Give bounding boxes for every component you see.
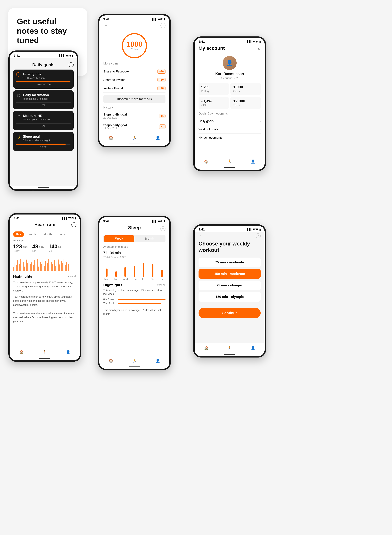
hr-bar <box>24 267 25 272</box>
scroll-indicator-2 <box>129 143 140 144</box>
wifi-icon-4: WiFi <box>68 217 74 220</box>
coins-history: Steps daily goal 20 Oct 2022 +1 Steps da… <box>103 111 165 132</box>
sleep-bar <box>161 270 163 277</box>
coins-method-row[interactable]: Invite a Friend +10 <box>103 84 165 92</box>
sleep-bar <box>134 266 135 277</box>
home-nav-2[interactable]: 🏠 <box>108 135 114 140</box>
run-nav-2[interactable]: 🏃 <box>132 135 137 140</box>
hr-bar <box>33 265 34 272</box>
sleep-highlight-text-1: This week you sleep in avarage 12% more … <box>103 288 165 296</box>
stat-card: 1,000 Coins <box>230 83 261 95</box>
avg-bed-date: 20-26 October 2022 <box>103 256 165 259</box>
back-button-5[interactable]: ← <box>103 226 108 231</box>
goal-progress-text: 0/1 <box>16 125 70 127</box>
stat-value: 92% <box>201 85 226 89</box>
history-row: Steps daily goal 19 Oct 2022 +1 <box>103 121 165 132</box>
profile-nav-2[interactable]: 👤 <box>155 135 161 140</box>
workout-options: 75 min - moderate150 min - moderate75 mi… <box>199 258 261 301</box>
sleep-bar <box>125 267 126 277</box>
tab-month-sleep[interactable]: Month <box>134 235 165 242</box>
stat-label: Battery <box>201 90 226 93</box>
stat-label: Coins <box>233 90 258 93</box>
edit-button[interactable]: ✎ <box>258 48 261 52</box>
hr-bar <box>20 259 21 272</box>
history-title: History <box>103 106 165 109</box>
coins-circle: 1000 Coins <box>122 33 147 58</box>
help-button[interactable]: ? <box>160 23 165 28</box>
history-item: Steps daily goal 19 Oct 2022 <box>103 123 127 130</box>
signal-icon-3: ▌▌▌ <box>247 40 252 43</box>
tab-month-hr[interactable]: Month <box>41 231 55 237</box>
history-item-name: Steps daily goal <box>103 123 127 127</box>
home-nav-5[interactable]: 🏠 <box>108 358 114 363</box>
goal-icon: 🌙 <box>16 135 21 139</box>
sleep-bar-col: Sat <box>149 264 156 281</box>
avg-min-value: 43 <box>32 244 38 249</box>
coins-method-row[interactable]: Share to Facebook +10 <box>103 67 165 76</box>
run-nav-4[interactable]: 🏃 <box>42 349 48 355</box>
screen-header-4: ← Heart rate + <box>13 221 76 229</box>
profile-nav-3[interactable]: 👤 <box>250 159 256 164</box>
sleep-day-label: Sat <box>151 278 155 281</box>
hr-bar <box>19 264 20 272</box>
heart-chart <box>13 255 76 272</box>
week-month-tabs: Week Month <box>103 235 165 242</box>
add-hr-button[interactable]: + <box>71 222 76 227</box>
discover-methods-button[interactable]: Discover more methods <box>103 95 165 103</box>
hr-bar <box>28 261 29 272</box>
screen-header-6: ← ? <box>199 232 261 241</box>
home-nav-3[interactable]: 🏠 <box>203 159 209 164</box>
chevron-right-icon: › <box>260 136 261 139</box>
time-2: 9:41 <box>103 17 109 21</box>
back-button-6[interactable]: ← <box>199 233 204 238</box>
view-all-hr[interactable]: view all <box>68 275 76 278</box>
battery-icon-4: ▮ <box>75 217 76 220</box>
hr-bar <box>58 259 59 272</box>
tab-day[interactable]: Day <box>13 231 24 237</box>
sleep-highlights: Hightlights view all This week you sleep… <box>103 283 165 316</box>
profile-nav-6[interactable]: 👤 <box>250 345 256 351</box>
sleep-highlight-header: Hightlights view all <box>103 283 165 287</box>
status-icons-1: ▌▌▌ WiFi ▮ <box>59 54 73 57</box>
highlight-text-3: Your heart rate was above normal last we… <box>13 311 76 323</box>
run-nav-5[interactable]: 🏃 <box>132 358 137 363</box>
coins-method-row[interactable]: Share to Twitter +10 <box>103 76 165 84</box>
workout-option[interactable]: 150 min - moderate <box>199 269 261 279</box>
hr-bar <box>30 264 31 272</box>
add-goal-button[interactable]: + <box>69 62 74 67</box>
home-nav-4[interactable]: 🏠 <box>19 349 24 355</box>
user-name: Kari Rasmussen <box>199 72 261 76</box>
tab-week-sleep[interactable]: Week <box>104 235 134 242</box>
run-nav-3[interactable]: 🏃 <box>227 159 232 164</box>
history-item: Steps daily goal 20 Oct 2022 <box>103 113 127 119</box>
goal-progress-bar <box>16 143 70 145</box>
scroll-indicator-3 <box>224 167 235 168</box>
tab-year[interactable]: Year <box>57 231 68 237</box>
heart-screen: ← Heart rate + Day Week Month Year Avara… <box>10 221 80 347</box>
back-button-2[interactable]: ← <box>103 23 108 28</box>
workout-option[interactable]: 150 min - olympic <box>199 292 261 301</box>
run-nav-6[interactable]: 🏃 <box>227 345 232 351</box>
avg-label: Avarage <box>13 239 76 242</box>
goal-desc: 10 00 steps (7.5 mi) <box>22 77 70 80</box>
back-button-4[interactable]: ← <box>13 222 18 227</box>
home-nav-6[interactable]: 🏠 <box>203 345 209 351</box>
account-goal-item[interactable]: Workout goals › <box>199 125 261 134</box>
profile-nav-5[interactable]: 👤 <box>155 358 161 363</box>
continue-button[interactable]: Continue <box>199 308 261 318</box>
sleep-add-button[interactable]: + <box>160 226 165 231</box>
help-button-6[interactable]: ? <box>256 233 261 238</box>
coins-label: Coins <box>131 48 138 51</box>
goal-card: 🎧 Daily meditation To meditate 5 minutes… <box>13 90 74 109</box>
coins-badge: +10 <box>158 69 165 74</box>
scroll-indicator-5 <box>129 367 140 367</box>
view-all-sleep[interactable]: view all <box>157 284 165 287</box>
back-button-1[interactable]: ← <box>13 62 18 67</box>
workout-option[interactable]: 75 min - moderate <box>199 258 261 267</box>
profile-nav-4[interactable]: 👤 <box>65 349 71 355</box>
workout-option[interactable]: 75 min - olympic <box>199 281 261 290</box>
scroll-indicator-4 <box>39 358 50 359</box>
account-goal-item[interactable]: My achievements › <box>199 134 261 142</box>
account-goal-item[interactable]: Daily goals › <box>199 117 261 125</box>
tab-week[interactable]: Week <box>26 231 39 237</box>
